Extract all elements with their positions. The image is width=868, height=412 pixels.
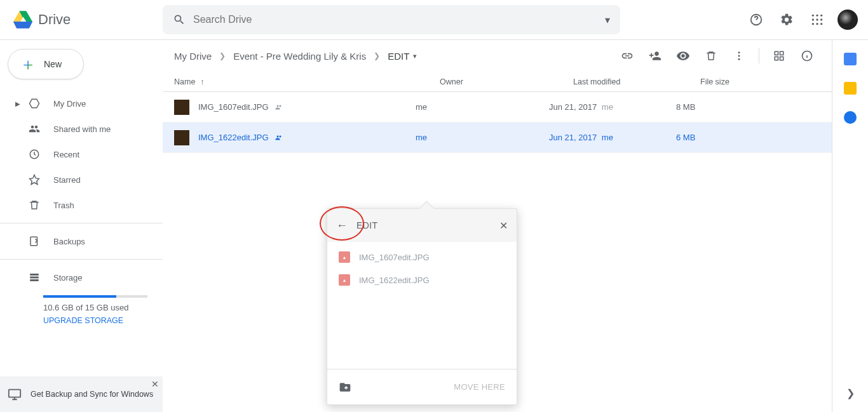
col-modified[interactable]: Last modified — [573, 77, 700, 86]
nav-label: Trash — [53, 201, 74, 210]
move-to-popup: ← EDIT ✕ IMG_1607edit.JPGIMG_1622edit.JP… — [327, 208, 517, 405]
tasks-app-icon[interactable] — [844, 111, 857, 124]
help-icon[interactable] — [743, 7, 769, 32]
svg-point-2 — [816, 15, 818, 17]
share-person-icon[interactable] — [642, 43, 668, 69]
shared-icon — [274, 134, 284, 142]
search-bar[interactable]: ▾ — [163, 5, 620, 34]
more-vert-icon[interactable] — [726, 43, 752, 69]
back-arrow-icon[interactable]: ← — [336, 219, 348, 232]
file-row[interactable]: IMG_1622edit.JPGmeJun 21, 2017 me6 MB — [163, 123, 832, 153]
my-drive-icon — [28, 98, 41, 109]
svg-point-3 — [820, 15, 822, 17]
popup-title: EDIT — [356, 220, 378, 230]
get-link-icon[interactable] — [614, 43, 641, 69]
svg-point-1 — [812, 15, 814, 17]
svg-point-18 — [738, 58, 740, 60]
breadcrumb-current[interactable]: EDIT ▾ — [388, 51, 417, 62]
calendar-app-icon[interactable] — [844, 53, 857, 65]
svg-point-6 — [820, 18, 822, 20]
nav-label: My Drive — [53, 99, 86, 109]
close-icon[interactable]: ✕ — [499, 220, 508, 232]
drive-logo-icon — [10, 7, 36, 32]
storage-progress — [43, 295, 147, 298]
file-row[interactable]: IMG_1607edit.JPGmeJun 21, 2017 me8 MB — [163, 92, 832, 123]
svg-rect-14 — [30, 279, 39, 281]
popup-file-item[interactable]: IMG_1622edit.JPG — [327, 269, 517, 291]
nav-label: Storage — [53, 273, 83, 282]
search-icon — [173, 13, 186, 26]
svg-rect-21 — [775, 57, 778, 60]
promo-text: Get Backup and Sync for Windows — [31, 390, 153, 399]
chevron-right-icon[interactable]: ❯ — [846, 387, 855, 399]
nav-label: Starred — [53, 175, 81, 185]
nav-my-drive[interactable]: ▶ My Drive — [0, 91, 163, 116]
plus-icon: ＋ — [20, 53, 36, 76]
new-folder-icon[interactable] — [339, 381, 351, 394]
search-input[interactable] — [193, 14, 605, 25]
toolbar: My Drive ❯ Event - Pre Wedding Lily & Kr… — [163, 40, 832, 72]
storage-icon — [28, 272, 41, 283]
shared-icon — [28, 123, 41, 135]
shared-icon — [274, 103, 284, 111]
file-thumbnail — [174, 130, 189, 145]
sort-arrow-up-icon: ↑ — [200, 77, 204, 86]
svg-point-16 — [738, 51, 740, 53]
file-name: IMG_1622edit.JPG — [198, 133, 269, 142]
popup-file-name: IMG_1622edit.JPG — [359, 276, 430, 285]
breadcrumb-seg[interactable]: Event - Pre Wedding Lily & Kris — [233, 51, 366, 62]
breadcrumb-seg[interactable]: My Drive — [174, 51, 212, 62]
preview-eye-icon[interactable] — [670, 43, 696, 69]
nav-label: Shared with me — [53, 124, 111, 134]
delete-trash-icon[interactable] — [698, 43, 724, 69]
dropdown-caret-icon: ▾ — [413, 52, 417, 60]
svg-rect-15 — [9, 390, 20, 397]
logo[interactable]: Drive — [10, 7, 163, 32]
grid-view-icon[interactable] — [766, 43, 792, 69]
move-here-button[interactable]: MOVE HERE — [454, 382, 505, 392]
column-headers: Name ↑ Owner Last modified File size — [163, 72, 832, 92]
col-name[interactable]: Name ↑ — [174, 77, 440, 86]
keep-app-icon[interactable] — [844, 82, 857, 95]
file-modified: Jun 21, 2017 me — [549, 102, 676, 112]
star-icon — [28, 174, 41, 185]
close-icon[interactable]: ✕ — [151, 379, 159, 389]
file-thumbnail — [174, 100, 189, 115]
side-panel: ❯ — [832, 40, 868, 412]
search-dropdown-icon[interactable]: ▾ — [605, 14, 610, 26]
popup-file-item[interactable]: IMG_1607edit.JPG — [327, 246, 517, 269]
popup-file-name: IMG_1607edit.JPG — [359, 253, 430, 262]
breadcrumb: My Drive ❯ Event - Pre Wedding Lily & Kr… — [174, 51, 417, 62]
sidebar: ＋ New ▶ My Drive Shared with me Recent — [0, 40, 163, 412]
backups-icon — [28, 236, 41, 247]
logo-text: Drive — [38, 11, 71, 28]
file-owner: me — [416, 102, 549, 112]
svg-point-8 — [816, 23, 818, 25]
new-button-label: New — [44, 59, 62, 69]
trash-icon — [28, 199, 41, 211]
nav-label: Recent — [53, 150, 79, 159]
svg-rect-19 — [775, 51, 778, 55]
backup-sync-promo[interactable]: Get Backup and Sync for Windows ✕ — [0, 376, 163, 412]
file-owner: me — [416, 133, 549, 142]
nav-storage[interactable]: Storage — [0, 265, 163, 290]
image-file-icon — [339, 251, 350, 263]
nav-recent[interactable]: Recent — [0, 142, 163, 167]
account-avatar[interactable] — [837, 10, 858, 30]
nav-trash[interactable]: Trash — [0, 192, 163, 218]
info-icon[interactable] — [794, 43, 820, 69]
nav-starred[interactable]: Starred — [0, 167, 163, 192]
svg-point-7 — [812, 23, 814, 25]
expand-caret-icon[interactable]: ▶ — [15, 100, 20, 107]
nav-backups[interactable]: Backups — [0, 229, 163, 254]
settings-gear-icon[interactable] — [774, 7, 799, 32]
svg-point-4 — [812, 18, 814, 20]
apps-grid-icon[interactable] — [804, 7, 830, 32]
col-size[interactable]: File size — [700, 77, 820, 86]
app-header: Drive ▾ — [0, 0, 868, 40]
svg-rect-13 — [30, 277, 39, 279]
col-owner[interactable]: Owner — [440, 77, 573, 86]
new-button[interactable]: ＋ New — [8, 49, 84, 79]
upgrade-storage-link[interactable]: UPGRADE STORAGE — [43, 316, 147, 325]
nav-shared[interactable]: Shared with me — [0, 116, 163, 142]
